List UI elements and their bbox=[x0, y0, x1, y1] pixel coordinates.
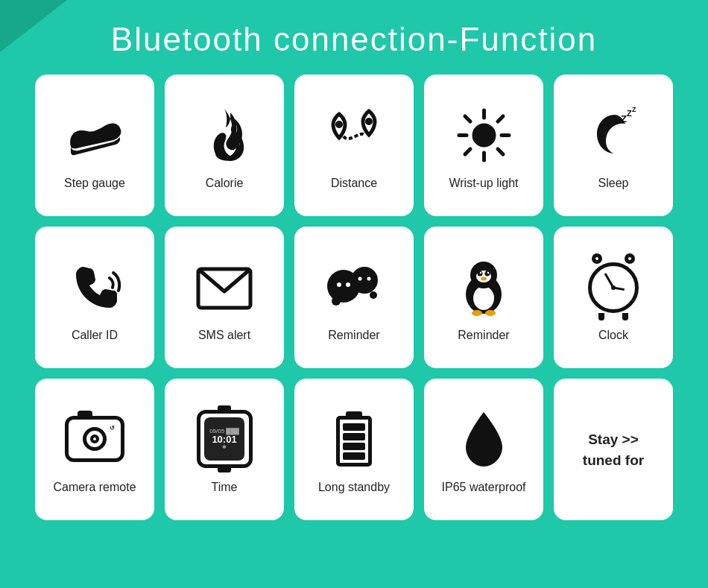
svg-point-19 bbox=[337, 282, 341, 287]
battery-icon bbox=[336, 405, 372, 472]
card-step-gauge: Step gauge bbox=[35, 75, 154, 216]
wrist-up-light-label: Wrist-up light bbox=[449, 176, 518, 190]
card-stay-tuned: Stay >>tuned for bbox=[554, 379, 673, 520]
svg-text:Z: Z bbox=[632, 106, 636, 113]
distance-label: Distance bbox=[331, 176, 377, 190]
corner-decoration bbox=[0, 0, 67, 52]
page-title: Bluetooth connection-Function bbox=[111, 21, 597, 58]
sleep-icon: Z Z Z bbox=[584, 101, 643, 168]
watch-time-display: 10:01 bbox=[212, 434, 236, 444]
distance-icon bbox=[323, 101, 386, 168]
clock-icon bbox=[587, 253, 639, 320]
ip65-waterproof-label: IP65 waterproof bbox=[442, 480, 526, 494]
stay-tuned-label: Stay >>tuned for bbox=[583, 429, 644, 472]
shoe-icon bbox=[65, 101, 124, 168]
svg-line-8 bbox=[498, 149, 503, 154]
svg-line-7 bbox=[465, 116, 470, 121]
svg-point-28 bbox=[485, 271, 490, 276]
flame-icon bbox=[200, 101, 249, 168]
svg-point-30 bbox=[487, 272, 489, 274]
step-gauge-label: Step gauge bbox=[64, 176, 125, 190]
camera-remote-label: Camera remote bbox=[53, 480, 136, 494]
svg-point-0 bbox=[335, 121, 343, 128]
reminder-chat-label: Reminder bbox=[328, 328, 379, 342]
card-time: 09/05 ▓▓▓ 10:01 ✱ Time bbox=[165, 379, 284, 520]
camera-remote-icon: ↺ bbox=[65, 405, 124, 472]
card-distance: Distance bbox=[294, 75, 414, 216]
card-long-standby: Long standby bbox=[294, 379, 414, 520]
svg-point-2 bbox=[472, 123, 496, 147]
water-drop-icon bbox=[460, 405, 508, 472]
card-sleep: Z Z Z Sleep bbox=[554, 75, 673, 216]
svg-point-16 bbox=[332, 297, 341, 306]
card-ip65-waterproof: IP65 waterproof bbox=[424, 379, 543, 520]
svg-point-22 bbox=[367, 277, 370, 281]
calorie-label: Calorie bbox=[206, 176, 244, 190]
card-sms-alert: SMS alert bbox=[165, 227, 284, 368]
svg-point-21 bbox=[358, 277, 361, 281]
card-camera-remote: ↺ Camera remote bbox=[35, 379, 154, 520]
sms-alert-label: SMS alert bbox=[198, 328, 250, 342]
card-reminder-chat: Reminder bbox=[294, 227, 414, 368]
features-grid: Step gauge Calorie Distance bbox=[20, 75, 688, 520]
card-reminder-qq: Reminder bbox=[424, 227, 543, 368]
svg-line-9 bbox=[498, 116, 503, 121]
long-standby-label: Long standby bbox=[318, 480, 390, 494]
svg-point-29 bbox=[480, 272, 481, 274]
svg-point-33 bbox=[485, 310, 496, 316]
svg-point-31 bbox=[481, 277, 487, 281]
caller-id-label: Caller ID bbox=[72, 328, 118, 342]
chat-icon bbox=[323, 253, 386, 320]
envelope-icon bbox=[195, 253, 254, 320]
penguin-icon bbox=[458, 253, 510, 320]
sun-icon bbox=[456, 101, 512, 168]
clock-label: Clock bbox=[598, 328, 628, 342]
svg-point-24 bbox=[473, 286, 494, 310]
card-wrist-up-light: Wrist-up light bbox=[424, 75, 543, 216]
time-label: Time bbox=[212, 480, 238, 494]
svg-text:Z: Z bbox=[621, 113, 627, 124]
svg-point-17 bbox=[351, 267, 378, 294]
svg-point-32 bbox=[472, 310, 482, 316]
card-calorie: Calorie bbox=[165, 75, 284, 216]
svg-point-20 bbox=[346, 282, 350, 287]
card-clock: Clock bbox=[554, 227, 673, 368]
svg-line-10 bbox=[465, 149, 470, 154]
sleep-label: Sleep bbox=[598, 176, 629, 190]
svg-text:Z: Z bbox=[627, 109, 632, 118]
card-caller-id: Caller ID bbox=[35, 227, 154, 368]
svg-point-1 bbox=[365, 118, 373, 125]
svg-point-18 bbox=[370, 291, 377, 299]
phone-icon bbox=[65, 253, 124, 320]
reminder-qq-label: Reminder bbox=[458, 328, 509, 342]
svg-point-27 bbox=[478, 271, 483, 276]
watch-icon: 09/05 ▓▓▓ 10:01 ✱ bbox=[197, 405, 253, 472]
